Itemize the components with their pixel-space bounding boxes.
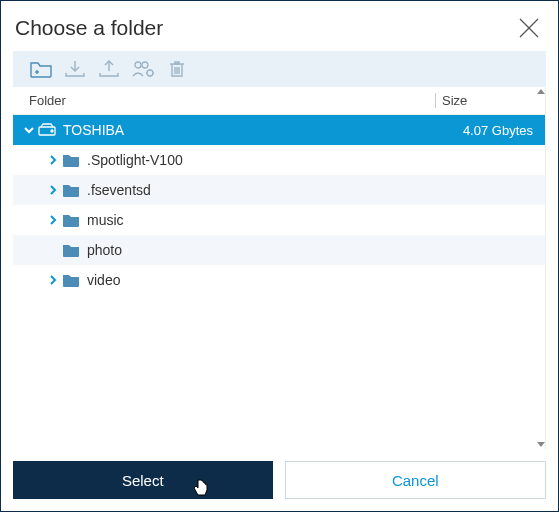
tree-row[interactable]: video xyxy=(13,265,545,295)
chevron-right-icon[interactable] xyxy=(45,215,61,225)
tree-row-label: TOSHIBA xyxy=(63,122,435,138)
download-button[interactable] xyxy=(63,57,87,81)
folder-icon xyxy=(61,273,81,287)
svg-point-6 xyxy=(147,70,153,76)
svg-point-5 xyxy=(142,62,148,68)
svg-point-15 xyxy=(51,130,53,132)
delete-button[interactable] xyxy=(165,57,189,81)
tree-row[interactable]: music xyxy=(13,205,545,235)
permissions-button[interactable] xyxy=(131,57,155,81)
download-icon xyxy=(64,59,86,79)
tree-row[interactable]: photo xyxy=(13,235,545,265)
scroll-down-icon xyxy=(537,442,545,447)
tree-row-label: video xyxy=(87,272,435,288)
scroll-up-icon xyxy=(537,89,545,94)
folder-plus-icon xyxy=(29,59,53,79)
tree-row[interactable]: .fseventsd xyxy=(13,175,545,205)
folder-icon xyxy=(61,153,81,167)
folder-icon xyxy=(61,183,81,197)
dialog-title: Choose a folder xyxy=(15,16,163,40)
select-button[interactable]: Select xyxy=(13,461,273,499)
chevron-right-icon[interactable] xyxy=(45,275,61,285)
close-button[interactable] xyxy=(516,15,542,41)
column-folder[interactable]: Folder xyxy=(29,93,435,108)
tree-row-label: photo xyxy=(87,242,435,258)
tree-row[interactable]: TOSHIBA4.07 Gbytes xyxy=(13,115,545,145)
folder-tree: Folder Size TOSHIBA4.07 Gbytes.Spotlight… xyxy=(13,87,546,449)
cancel-button-label: Cancel xyxy=(392,472,439,489)
trash-icon xyxy=(167,59,187,79)
tree-rows: TOSHIBA4.07 Gbytes.Spotlight-V100.fseven… xyxy=(13,115,545,295)
dialog-footer: Select Cancel xyxy=(1,449,558,511)
chevron-down-icon[interactable] xyxy=(21,125,37,135)
new-folder-button[interactable] xyxy=(29,57,53,81)
tree-row[interactable]: .Spotlight-V100 xyxy=(13,145,545,175)
tree-row-label: .fseventsd xyxy=(87,182,435,198)
folder-icon xyxy=(61,243,81,257)
table-header: Folder Size xyxy=(13,87,545,115)
upload-icon xyxy=(98,59,120,79)
select-button-label: Select xyxy=(122,472,164,489)
cancel-button[interactable]: Cancel xyxy=(285,461,547,499)
tree-row-label: .Spotlight-V100 xyxy=(87,152,435,168)
users-gear-icon xyxy=(131,59,155,79)
tree-row-label: music xyxy=(87,212,435,228)
upload-button[interactable] xyxy=(97,57,121,81)
cursor-hand-icon xyxy=(193,479,209,497)
chevron-right-icon[interactable] xyxy=(45,185,61,195)
folder-icon xyxy=(61,213,81,227)
scrollbar[interactable] xyxy=(537,87,545,449)
chevron-right-icon[interactable] xyxy=(45,155,61,165)
toolbar xyxy=(13,51,546,87)
dialog-header: Choose a folder xyxy=(1,1,558,51)
tree-row-size: 4.07 Gbytes xyxy=(435,123,545,138)
folder-chooser-dialog: Choose a folder Folder Size TOSHIBA4.07 … xyxy=(1,1,558,511)
svg-point-4 xyxy=(135,62,141,68)
close-icon xyxy=(518,17,540,39)
column-size[interactable]: Size xyxy=(435,93,535,108)
drive-icon xyxy=(37,123,57,137)
